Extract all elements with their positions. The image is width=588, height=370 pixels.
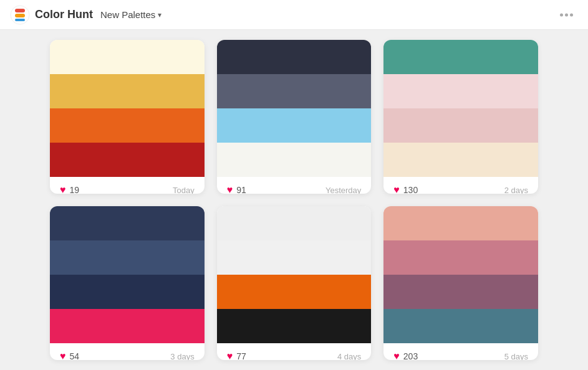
color-strip-0 xyxy=(50,206,205,240)
color-strip-3 xyxy=(217,143,372,177)
time-label: 3 days xyxy=(170,352,194,361)
like-count: 54 xyxy=(70,351,80,360)
palette-card[interactable]: ♥19Today xyxy=(50,40,205,194)
heart-icon: ♥ xyxy=(393,351,400,360)
card-footer: ♥1302 days xyxy=(383,177,538,194)
like-section[interactable]: ♥19 xyxy=(60,184,79,194)
color-strip-1 xyxy=(217,240,372,275)
color-strip-2 xyxy=(217,108,372,143)
color-strip-0 xyxy=(217,40,372,74)
color-strip-2 xyxy=(50,275,205,309)
like-count: 203 xyxy=(403,351,418,360)
dot-icon xyxy=(565,13,568,16)
color-strips xyxy=(383,206,538,343)
like-section[interactable]: ♥203 xyxy=(393,351,418,360)
color-strip-3 xyxy=(383,309,538,343)
color-strip-1 xyxy=(383,74,538,108)
color-strip-0 xyxy=(383,206,538,240)
more-options-button[interactable] xyxy=(555,11,578,19)
color-strip-1 xyxy=(50,74,205,108)
palette-card[interactable]: ♥774 days xyxy=(217,206,372,360)
color-strips xyxy=(50,206,205,343)
card-footer: ♥19Today xyxy=(50,177,205,194)
palette-card[interactable]: ♥91Yesterday xyxy=(217,40,372,194)
like-count: 19 xyxy=(70,185,80,194)
color-strip-3 xyxy=(50,309,205,343)
app-logo-icon xyxy=(10,5,30,25)
like-section[interactable]: ♥54 xyxy=(60,351,79,360)
palette-card[interactable]: ♥2035 days xyxy=(383,206,538,360)
dot-icon xyxy=(570,13,573,16)
app-title: Color Hunt xyxy=(35,8,93,21)
like-section[interactable]: ♥77 xyxy=(227,351,246,360)
color-strip-3 xyxy=(50,143,205,177)
color-strip-1 xyxy=(217,74,372,108)
like-count: 91 xyxy=(236,185,246,194)
chevron-down-icon: ▾ xyxy=(158,11,161,19)
card-footer: ♥774 days xyxy=(217,343,372,360)
heart-icon: ♥ xyxy=(60,351,66,360)
time-label: 2 days xyxy=(504,186,528,194)
color-strip-0 xyxy=(50,40,205,74)
heart-icon: ♥ xyxy=(60,184,66,194)
color-strips xyxy=(383,40,538,177)
color-strip-2 xyxy=(383,275,538,309)
card-footer: ♥543 days xyxy=(50,343,205,360)
like-section[interactable]: ♥130 xyxy=(393,184,418,194)
heart-icon: ♥ xyxy=(227,184,233,194)
color-strip-0 xyxy=(217,206,372,240)
palette-card[interactable]: ♥1302 days xyxy=(383,40,538,194)
color-strips xyxy=(50,40,205,177)
color-strips xyxy=(217,40,372,177)
time-label: 4 days xyxy=(337,352,361,361)
palette-card[interactable]: ♥543 days xyxy=(50,206,205,360)
like-section[interactable]: ♥91 xyxy=(227,184,246,194)
color-strip-3 xyxy=(383,143,538,177)
dot-icon xyxy=(560,13,563,16)
svg-rect-1 xyxy=(15,9,25,12)
card-footer: ♥2035 days xyxy=(383,343,538,360)
time-label: Yesterday xyxy=(325,186,361,194)
heart-icon: ♥ xyxy=(227,351,233,360)
color-strip-1 xyxy=(50,240,205,275)
color-strip-1 xyxy=(383,240,538,275)
card-footer: ♥91Yesterday xyxy=(217,177,372,194)
color-strip-2 xyxy=(50,108,205,143)
like-count: 77 xyxy=(236,351,246,360)
color-strip-2 xyxy=(217,275,372,309)
svg-rect-3 xyxy=(15,19,25,21)
app-header: Color Hunt New Palettes ▾ xyxy=(0,0,588,30)
svg-rect-2 xyxy=(15,14,25,17)
color-strips xyxy=(217,206,372,343)
heart-icon: ♥ xyxy=(393,184,400,194)
color-strip-3 xyxy=(217,309,372,343)
nav-label[interactable]: New Palettes ▾ xyxy=(100,9,161,20)
logo-container: Color Hunt xyxy=(10,5,100,25)
palette-grid: ♥19Today♥91Yesterday♥1302 days♥543 days♥… xyxy=(0,30,588,370)
nav-label-text: New Palettes xyxy=(100,9,155,20)
time-label: 5 days xyxy=(504,352,528,361)
like-count: 130 xyxy=(403,185,418,194)
time-label: Today xyxy=(173,186,195,194)
color-strip-0 xyxy=(383,40,538,74)
color-strip-2 xyxy=(383,108,538,143)
